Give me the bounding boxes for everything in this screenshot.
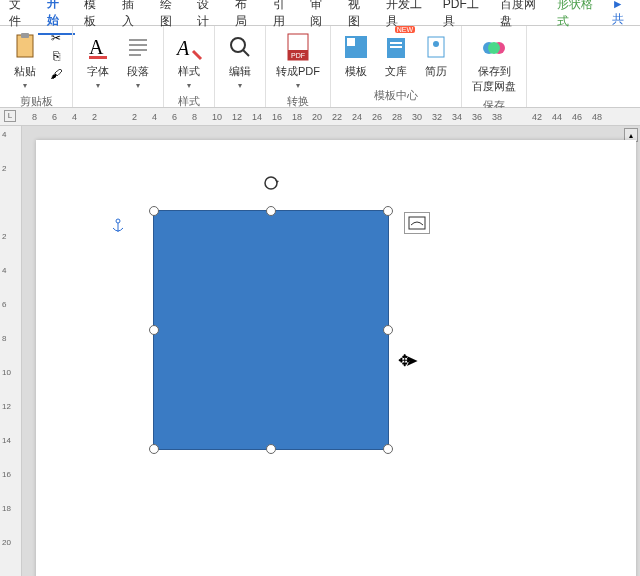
ruler-tick: 32 — [432, 112, 442, 122]
svg-text:A: A — [89, 36, 104, 58]
ruler-tick: 16 — [272, 112, 282, 122]
group-label-clipboard: 剪贴板 — [20, 94, 53, 109]
document-page[interactable]: ✥➤ — [36, 140, 636, 576]
menu-bar: 文件 开始 模板 插入 绘图 设计 布局 引用 审阅 视图 开发工具 PDF工具… — [0, 0, 640, 26]
resume-icon — [421, 32, 451, 62]
ruler-tick: 10 — [2, 368, 11, 377]
svg-rect-27 — [409, 217, 425, 229]
library-icon — [381, 32, 411, 62]
ruler-tick: 36 — [472, 112, 482, 122]
paragraph-icon — [123, 32, 153, 62]
paste-button[interactable]: 粘贴 ▾ — [8, 30, 42, 92]
resize-handle-nw[interactable] — [149, 206, 159, 216]
resize-handle-ne[interactable] — [383, 206, 393, 216]
rotate-handle[interactable] — [263, 175, 279, 191]
resize-handle-n[interactable] — [266, 206, 276, 216]
ruler-tick: 26 — [372, 112, 382, 122]
resize-handle-s[interactable] — [266, 444, 276, 454]
anchor-icon — [110, 218, 126, 234]
ruler-tick: 38 — [492, 112, 502, 122]
svg-point-24 — [116, 219, 120, 223]
styles-icon: A — [174, 32, 204, 62]
ruler-tick: 8 — [192, 112, 197, 122]
ruler-tick: 6 — [52, 112, 57, 122]
template-icon — [341, 32, 371, 62]
ruler-tick: 2 — [2, 232, 6, 241]
font-button[interactable]: A 字体 ▾ — [81, 30, 115, 92]
svg-rect-0 — [17, 35, 33, 57]
ruler-tick: 2 — [92, 112, 97, 122]
group-label-styles: 样式 — [178, 94, 200, 109]
resize-handle-w[interactable] — [149, 325, 159, 335]
ruler-tick: 42 — [532, 112, 542, 122]
ruler-tick: 24 — [352, 112, 362, 122]
ruler-tick: 2 — [132, 112, 137, 122]
svg-rect-18 — [390, 46, 402, 48]
page-area: ▴ ✥➤ — [22, 126, 640, 576]
group-label-template-center: 模板中心 — [374, 88, 418, 103]
ruler-tick: 22 — [332, 112, 342, 122]
svg-point-26 — [265, 177, 277, 189]
menu-shape-format[interactable]: 形状格式 — [548, 0, 605, 34]
ruler-tick: 12 — [2, 402, 11, 411]
convert-pdf-button[interactable]: PDF 转成PDF ▾ — [274, 30, 322, 92]
font-icon: A — [83, 32, 113, 62]
styles-button[interactable]: A 样式 ▾ — [172, 30, 206, 92]
paste-icon — [10, 32, 40, 62]
svg-point-9 — [231, 38, 245, 52]
svg-line-10 — [243, 50, 249, 56]
cloud-icon — [479, 32, 509, 62]
cut-icon[interactable]: ✂ — [48, 30, 64, 46]
move-cursor-icon: ✥➤ — [398, 351, 418, 370]
horizontal-ruler[interactable]: L 86422468101214161820222426283032343638… — [0, 108, 640, 126]
ruler-tick: 34 — [452, 112, 462, 122]
new-badge: NEW — [395, 26, 415, 33]
format-painter-icon[interactable]: 🖌 — [48, 66, 64, 82]
ruler-tick: 18 — [292, 112, 302, 122]
save-cloud-button[interactable]: 保存到 百度网盘 — [470, 30, 518, 96]
ruler-tick: 4 — [2, 266, 6, 275]
pdf-icon: PDF — [283, 32, 313, 62]
svg-rect-1 — [21, 33, 29, 38]
ruler-tick: 44 — [552, 112, 562, 122]
ruler-tick: 6 — [172, 112, 177, 122]
ruler-tick: 4 — [2, 130, 6, 139]
library-button[interactable]: NEW 文库 — [379, 30, 413, 81]
resize-handle-se[interactable] — [383, 444, 393, 454]
resize-handle-sw[interactable] — [149, 444, 159, 454]
selected-rectangle-shape[interactable]: ✥➤ — [153, 210, 389, 450]
paragraph-button[interactable]: 段落 ▾ — [121, 30, 155, 92]
ruler-tick: 2 — [2, 164, 6, 173]
template-button[interactable]: 模板 — [339, 30, 373, 81]
share-button[interactable]: ► 共 — [606, 0, 640, 32]
ruler-tick: 8 — [2, 334, 6, 343]
ruler-tick: 14 — [252, 112, 262, 122]
ruler-tick: 12 — [232, 112, 242, 122]
ruler-tick: 10 — [212, 112, 222, 122]
ruler-tick: 48 — [592, 112, 602, 122]
group-label-convert: 转换 — [287, 94, 309, 109]
vertical-ruler[interactable]: 422468101214161820 — [0, 126, 22, 576]
svg-point-20 — [433, 41, 439, 47]
svg-rect-15 — [347, 38, 355, 46]
svg-text:A: A — [175, 37, 190, 59]
ruler-tick: 18 — [2, 504, 11, 513]
tab-selector[interactable]: L — [4, 110, 16, 122]
svg-point-23 — [488, 42, 500, 54]
ruler-tick: 20 — [2, 538, 11, 547]
svg-rect-17 — [390, 42, 402, 44]
ruler-tick: 14 — [2, 436, 11, 445]
layout-options-button[interactable] — [404, 212, 430, 234]
svg-rect-3 — [89, 56, 107, 59]
copy-icon[interactable]: ⎘ — [48, 48, 64, 64]
ruler-tick: 8 — [32, 112, 37, 122]
resume-button[interactable]: 简历 — [419, 30, 453, 81]
ribbon: 粘贴 ▾ ✂ ⎘ 🖌 剪贴板 A 字体 ▾ 段落 ▾ — [0, 26, 640, 108]
edit-button[interactable]: 编辑 ▾ — [223, 30, 257, 92]
ruler-tick: 30 — [412, 112, 422, 122]
svg-text:PDF: PDF — [291, 52, 305, 59]
resize-handle-e[interactable] — [383, 325, 393, 335]
ruler-tick: 4 — [72, 112, 77, 122]
ruler-tick: 46 — [572, 112, 582, 122]
ruler-tick: 20 — [312, 112, 322, 122]
